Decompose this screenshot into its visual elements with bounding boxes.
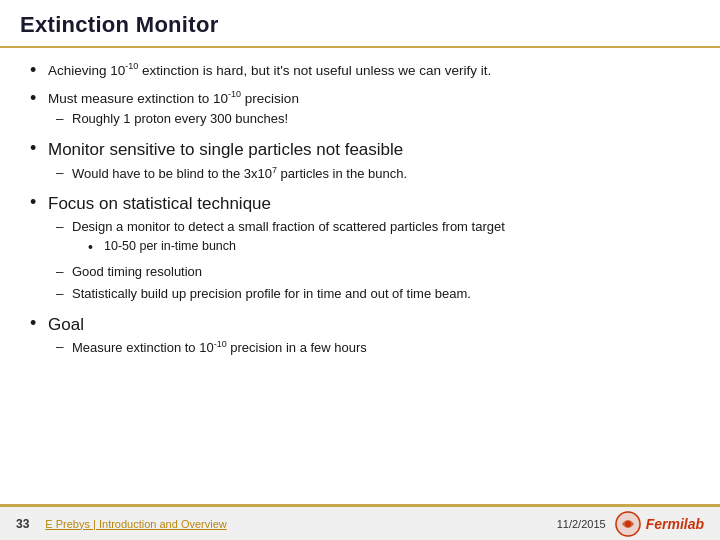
list-item: • Achieving 10-10 extinction is hard, bu… bbox=[30, 60, 690, 82]
main-bullet-list: • Achieving 10-10 extinction is hard, bu… bbox=[30, 60, 690, 361]
sub-list: – Would have to be blind to the 3x107 pa… bbox=[48, 164, 690, 184]
fermilab-logo: Fermilab bbox=[614, 510, 704, 538]
sub-sub-dot: • bbox=[88, 238, 104, 258]
sub-text: Roughly 1 proton every 300 bunches! bbox=[72, 110, 690, 128]
dash: – bbox=[56, 285, 72, 304]
list-item: – Roughly 1 proton every 300 bunches! bbox=[48, 110, 690, 129]
sub-list: – Measure extinction to 10-10 precision … bbox=[48, 338, 690, 358]
bullet-text: Focus on statistical technique – Design … bbox=[48, 192, 690, 306]
superscript: -10 bbox=[125, 61, 138, 71]
dash: – bbox=[56, 263, 72, 282]
list-item: – Design a monitor to detect a small fra… bbox=[48, 218, 690, 260]
bullet-dot: • bbox=[30, 313, 48, 335]
bullet-text: Achieving 10-10 extinction is hard, but … bbox=[48, 60, 690, 80]
superscript: -10 bbox=[228, 89, 241, 99]
footer-author: E Prebys | Introduction and Overview bbox=[45, 518, 226, 530]
footer-right: 11/2/2015 Fermilab bbox=[557, 510, 704, 538]
slide-footer: 33 E Prebys | Introduction and Overview … bbox=[0, 504, 720, 540]
sub-text: Measure extinction to 10-10 precision in… bbox=[72, 338, 690, 358]
list-item: • 10-50 per in-time bunch bbox=[88, 238, 690, 258]
page-number: 33 bbox=[16, 517, 29, 531]
footer-left: 33 E Prebys | Introduction and Overview bbox=[16, 517, 227, 531]
list-item: – Would have to be blind to the 3x107 pa… bbox=[48, 164, 690, 184]
list-item: – Measure extinction to 10-10 precision … bbox=[48, 338, 690, 358]
bullet-text: Must measure extinction to 10-10 precisi… bbox=[48, 88, 690, 132]
superscript: -10 bbox=[214, 339, 227, 349]
sub-text: Design a monitor to detect a small fract… bbox=[72, 218, 690, 260]
dash: – bbox=[56, 164, 72, 183]
sub-text: Would have to be blind to the 3x107 part… bbox=[72, 164, 690, 184]
fermilab-icon bbox=[614, 510, 642, 538]
bullet-dot: • bbox=[30, 138, 48, 160]
dash: – bbox=[56, 110, 72, 129]
list-item: – Good timing resolution bbox=[48, 263, 690, 282]
bullet-text: Goal – Measure extinction to 10-10 preci… bbox=[48, 313, 690, 361]
slide-content: • Achieving 10-10 extinction is hard, bu… bbox=[0, 48, 720, 504]
footer-date: 11/2/2015 bbox=[557, 518, 606, 530]
list-item: • Goal – Measure extinction to 10-10 pre… bbox=[30, 313, 690, 361]
sub-sub-text: 10-50 per in-time bunch bbox=[104, 238, 236, 256]
list-item: • Must measure extinction to 10-10 preci… bbox=[30, 88, 690, 132]
bullet-dot: • bbox=[30, 88, 48, 110]
sub-list: – Design a monitor to detect a small fra… bbox=[48, 218, 690, 304]
list-item: • Focus on statistical technique – Desig… bbox=[30, 192, 690, 306]
bullet-dot: • bbox=[30, 192, 48, 214]
dash: – bbox=[56, 338, 72, 357]
sub-text: Statistically build up precision profile… bbox=[72, 285, 690, 303]
sub-list: – Roughly 1 proton every 300 bunches! bbox=[48, 110, 690, 129]
sub-text: Good timing resolution bbox=[72, 263, 690, 281]
list-item: • Monitor sensitive to single particles … bbox=[30, 138, 690, 186]
superscript: 7 bbox=[272, 165, 277, 175]
svg-point-1 bbox=[625, 521, 631, 527]
fermilab-name: Fermilab bbox=[646, 516, 704, 532]
sub-sub-list: • 10-50 per in-time bunch bbox=[72, 238, 690, 258]
slide-header: Extinction Monitor bbox=[0, 0, 720, 48]
slide: Extinction Monitor • Achieving 10-10 ext… bbox=[0, 0, 720, 540]
slide-title: Extinction Monitor bbox=[20, 12, 219, 37]
list-item: – Statistically build up precision profi… bbox=[48, 285, 690, 304]
bullet-dot: • bbox=[30, 60, 48, 82]
dash: – bbox=[56, 218, 72, 237]
bullet-text: Monitor sensitive to single particles no… bbox=[48, 138, 690, 186]
